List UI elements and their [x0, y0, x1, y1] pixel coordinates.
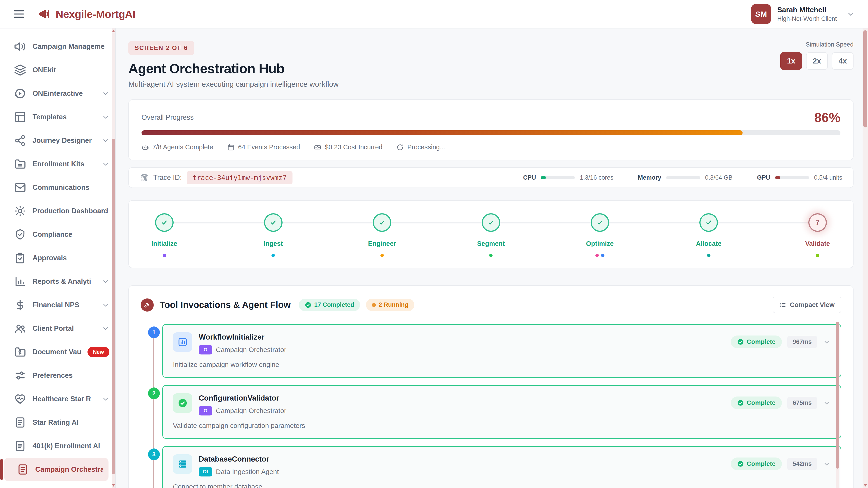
sidebar-item-oneinteractive[interactable]: ONEinteractive — [0, 82, 115, 105]
sidebar-item-production-dashboard[interactable]: Production Dashboard — [0, 199, 115, 223]
step-initialize[interactable]: Initialize — [150, 213, 179, 257]
sidebar-item-preferences[interactable]: Preferences — [0, 364, 115, 387]
sidebar-item-financial-nps[interactable]: Financial NPS — [0, 293, 115, 317]
sidebar-item-reports-analytics[interactable]: Reports & Analyti — [0, 270, 115, 293]
chevron-down-icon[interactable] — [823, 399, 831, 407]
stat-text: Processing... — [407, 143, 445, 151]
menu-icon[interactable] — [13, 8, 25, 20]
step-ingest[interactable]: Ingest — [258, 213, 288, 257]
fingerprint-icon — [140, 173, 149, 182]
sidebar-item-401k-enrollment-ai[interactable]: 401(k) Enrollment AI — [0, 434, 115, 458]
sidebar-item-star-rating-ai[interactable]: Star Rating AI — [0, 411, 115, 434]
scrollbar-thumb[interactable] — [112, 139, 115, 474]
trace-label: Trace ID: — [153, 173, 182, 182]
user-name: Sarah Mitchell — [777, 6, 837, 14]
file-text-icon — [14, 440, 26, 452]
step-segment[interactable]: Segment — [476, 213, 506, 257]
clipboard-check-icon — [14, 252, 26, 264]
cpu-label: CPU — [523, 174, 536, 181]
completed-badge: 17 Completed — [299, 299, 360, 311]
cpu-meter: CPU 1.3/16 cores — [523, 174, 614, 181]
step-label: Ingest — [264, 240, 283, 248]
scrollbar-thumb[interactable] — [836, 322, 839, 468]
speaker-icon — [14, 40, 26, 53]
sidebar-item-label: Reports & Analyti — [33, 278, 95, 286]
step-allocate[interactable]: Allocate — [694, 213, 723, 257]
cpu-value: 1.3/16 cores — [580, 174, 614, 181]
dollar-icon — [14, 299, 26, 311]
sidebar-item-document-vault[interactable]: Document Vau New — [0, 340, 115, 364]
chevron-down-icon[interactable] — [823, 460, 831, 468]
step-dot — [601, 254, 604, 257]
sidebar-item-label: Campaign Orchestrat — [35, 465, 103, 474]
wrench-icon — [141, 298, 154, 312]
trace-id-value[interactable]: trace-34uiy1mw-mjsvwmz7 — [187, 171, 292, 184]
scrollbar-thumb[interactable] — [863, 30, 867, 127]
sidebar-item-campaign-orchestration[interactable]: Campaign Orchestrat — [4, 458, 108, 481]
mail-icon — [14, 182, 26, 194]
scroll-up-arrow[interactable] — [112, 30, 115, 32]
status-text: Complete — [747, 338, 776, 346]
sidebar-item-journey-designer[interactable]: Journey Designer — [0, 129, 115, 152]
chevron-down-icon[interactable] — [846, 9, 855, 19]
speed-1x-button[interactable]: 1x — [780, 52, 802, 70]
megaphone-logo-icon — [37, 7, 51, 21]
speed-2x-button[interactable]: 2x — [806, 52, 828, 70]
calendar-icon — [227, 144, 235, 151]
check-icon — [487, 218, 495, 227]
check-icon — [378, 218, 386, 227]
simulation-speed-label: Simulation Speed — [780, 41, 854, 48]
sidebar-scrollbar[interactable] — [112, 29, 115, 488]
scroll-down-arrow[interactable] — [112, 484, 115, 487]
active-indicator — [0, 459, 3, 480]
stat-text: $0.23 Cost Incurred — [325, 143, 382, 151]
sidebar-item-approvals[interactable]: Approvals — [0, 246, 115, 270]
step-optimize[interactable]: Optimize — [585, 213, 615, 257]
step-validate[interactable]: 7 Validate — [803, 213, 832, 257]
speed-4x-button[interactable]: 4x — [832, 52, 854, 70]
tool-card-configurationvalidator[interactable]: 2 ConfigurationValidator O Campaign Orch… — [162, 385, 841, 439]
users-icon — [14, 322, 26, 335]
tool-list-scrollbar[interactable] — [836, 322, 839, 488]
check-icon — [596, 218, 604, 227]
duration-badge: 542ms — [787, 458, 817, 470]
sidebar-item-healthcare-star-ratings[interactable]: Healthcare Star R — [0, 387, 115, 411]
user-menu[interactable]: SM Sarah Mitchell High-Net-Worth Client — [751, 4, 855, 24]
sidebar-item-label: Compliance — [33, 230, 110, 238]
file-text-icon — [14, 416, 26, 429]
chevron-down-icon — [102, 137, 110, 144]
sidebar-item-onekit[interactable]: ONEkit — [0, 58, 115, 82]
tool-card-workflowinitializer[interactable]: 1 WorkflowInitializer O Campaign Orchest… — [162, 324, 841, 378]
status-badge: Complete — [731, 335, 782, 348]
tool-list: 1 WorkflowInitializer O Campaign Orchest… — [141, 324, 841, 488]
screen-badge: SCREEN 2 OF 6 — [128, 41, 194, 55]
sidebar-item-enrollment-kits[interactable]: Enrollment Kits — [0, 152, 115, 176]
sidebar-item-communications[interactable]: Communications — [0, 176, 115, 199]
step-dot — [707, 254, 710, 257]
progress-percent: 86% — [814, 110, 840, 125]
check-icon — [269, 218, 278, 227]
sidebar-item-templates[interactable]: Templates — [0, 105, 115, 129]
sidebar-item-compliance[interactable]: Compliance — [0, 223, 115, 246]
tool-invocations-card: Tool Invocations & Agent Flow 17 Complet… — [128, 285, 854, 488]
tool-card-databaseconnector[interactable]: 3 DatabaseConnector DI Data Ingestion Ag… — [162, 446, 841, 488]
chevron-down-icon[interactable] — [823, 338, 831, 346]
badge-check-tile-icon — [173, 393, 192, 413]
main-content: SCREEN 2 OF 6 Agent Orchestration Hub Mu… — [116, 29, 863, 488]
gpu-label: GPU — [757, 174, 770, 181]
sidebar-item-campaign-management[interactable]: Campaign Manageme — [0, 35, 115, 58]
scroll-down-arrow[interactable] — [864, 484, 867, 487]
agents-complete-stat: 7/8 Agents Complete — [142, 143, 213, 151]
compact-view-button[interactable]: Compact View — [773, 297, 841, 313]
tools-title: Tool Invocations & Agent Flow — [160, 300, 291, 310]
step-number-badge: 3 — [148, 449, 160, 460]
app-header: Nexgile-MortgAI SM Sarah Mitchell High-N… — [0, 0, 868, 29]
step-label: Segment — [477, 240, 505, 248]
step-dot — [272, 254, 275, 257]
sidebar-item-label: Financial NPS — [33, 301, 95, 309]
step-engineer[interactable]: Engineer — [367, 213, 397, 257]
sidebar-item-client-portal[interactable]: Client Portal — [0, 317, 115, 340]
page-scrollbar[interactable] — [863, 29, 868, 488]
step-label: Validate — [805, 240, 830, 248]
tool-description: Initialize campaign workflow engine — [173, 361, 831, 368]
